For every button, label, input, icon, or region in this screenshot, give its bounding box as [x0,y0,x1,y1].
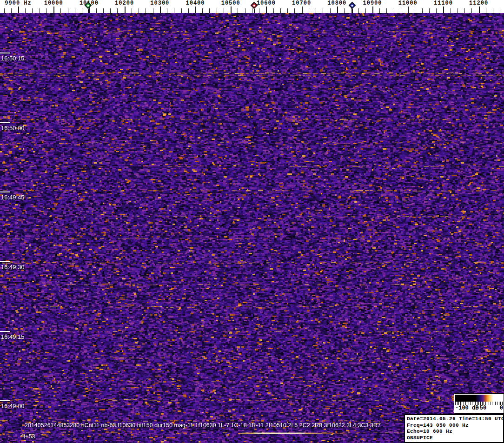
time-label: 16:49:15 [1,333,25,340]
time-tick [0,331,10,332]
frequency-label: 10200 [115,0,134,7]
ruler-tick [82,8,82,13]
time-cursor-label: ^t+53 [21,433,35,440]
detection-info-text: 20140526144853280 hCnt11 nb-63 f10630 hi… [25,422,381,429]
frequency-label: 9900 Hz [5,0,31,7]
ruler-tick [294,8,295,13]
ruler-tick [337,7,338,13]
ruler-tick [316,8,316,13]
ruler-tick [443,7,444,13]
legend-labels: -100 dB -50 0 [454,405,504,413]
ruler-tick [259,8,259,13]
ruler-tick [4,8,5,13]
meteor-spectrogram-screen: 9900 Hz100001010010200103001040010500106… [0,0,504,443]
frequency-label: 10800 [327,0,346,7]
ruler-tick [330,8,331,13]
ruler-tick [451,8,451,13]
ruler-tick [429,8,430,13]
waterfall-area: 16:50:1516:50:0016:49:4516:49:3016:49:15… [0,13,504,443]
frequency-label: 10300 [150,0,169,7]
frequency-label: 10400 [186,0,205,7]
ruler-tick [103,8,104,13]
ruler-tick [401,8,401,13]
ruler-tick [493,8,493,13]
legend-tick-comb [455,402,503,405]
ruler-tick [181,8,182,13]
ruler-tick [202,8,203,13]
green-diamond-icon [85,2,92,9]
time-label: 16:49:30 [1,264,25,271]
ruler-tick [146,8,146,13]
time-tick [0,261,10,262]
ruler-tick [344,8,345,13]
time-tick [0,192,10,192]
ruler-tick [458,8,458,13]
frequency-label: 10600 [257,0,276,7]
blue-diamond-icon [349,2,356,9]
ruler-tick [436,8,437,13]
ruler-tick [486,8,486,13]
ruler-tick [96,8,97,13]
ruler-tick [75,8,75,13]
red-frequency-marker[interactable] [251,2,258,13]
ruler-tick [266,7,267,13]
ruler-tick [231,7,232,13]
ruler-tick [471,8,472,13]
ruler-tick [139,8,139,13]
time-label: 16:50:00 [1,125,25,132]
observation-info-box: Date=2014-05-26 Time=14:50 UTC Freq=143 … [404,414,504,443]
ruler-tick [365,8,366,13]
ruler-tick [394,8,394,13]
legend-label-min: -100 dB [455,405,478,411]
ruler-tick [46,8,47,13]
ruler-tick [167,8,167,13]
info-echo-frequency: Echo=10 600 Hz [407,429,503,435]
ruler-tick [132,8,132,13]
legend-label-mid: -50 [477,405,487,411]
ruler-tick [160,7,161,13]
ruler-tick [280,8,281,13]
time-tick [0,53,10,53]
ruler-tick [464,8,465,13]
ruler-tick [302,7,303,13]
ruler-tick [224,8,224,13]
blue-frequency-marker[interactable] [349,2,356,13]
ruler-tick [323,8,323,13]
ruler-tick [125,7,126,13]
spectrogram-canvas [0,13,504,443]
ruler-tick [415,8,415,13]
ruler-tick [217,8,217,13]
ruler-tick [379,8,380,13]
time-label: 16:49:45 [1,194,25,201]
ruler-tick [40,8,40,13]
ruler-tick [53,7,54,13]
info-frequency: Freq=143 050 000 Hz [407,423,503,429]
frequency-label: 10500 [221,0,240,7]
ruler-tick [422,8,423,13]
time-label: 16:49:00 [1,403,25,410]
db-scale-legend: -100 dB -50 0 [454,393,504,414]
ruler-tick [174,8,174,13]
ruler-tick [25,8,26,13]
ruler-tick [117,8,118,13]
ruler-tick [18,7,19,13]
ruler-tick [372,7,373,13]
ruler-tick [32,8,33,13]
ruler-tick [68,8,68,13]
frequency-ruler: 9900 Hz100001010010200103001040010500106… [0,0,504,13]
ruler-tick [408,7,409,13]
ruler-tick [188,8,189,13]
info-station-name: OBSUPICE [407,435,503,442]
info-date-time: Date=2014-05-26 Time=14:50 UTC [407,416,503,423]
red-diamond-icon [251,2,258,9]
ruler-tick [386,8,387,13]
ruler-tick [500,8,500,13]
green-frequency-marker[interactable] [85,2,92,13]
time-tick [0,122,10,123]
frequency-label: 11100 [434,0,453,7]
ruler-tick [238,8,238,13]
frequency-label: 10700 [292,0,311,7]
ruler-tick [273,8,274,13]
colormap-gradient-bar [455,395,503,402]
ruler-tick [195,7,196,13]
